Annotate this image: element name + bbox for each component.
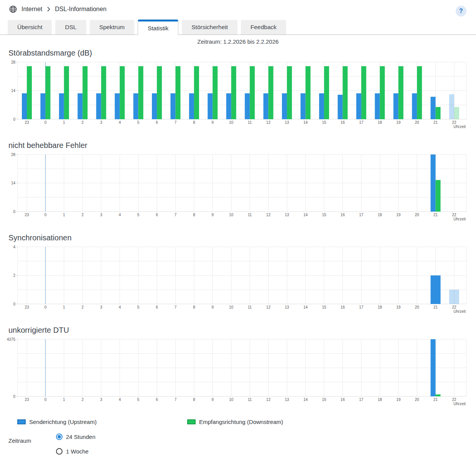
- page-header: Internet DSL-Informationen ?: [0, 0, 476, 20]
- y-axis-labels: 01428: [11, 153, 18, 214]
- svg-text:19: 19: [396, 213, 401, 217]
- svg-text:23: 23: [25, 120, 29, 125]
- svg-text:19: 19: [396, 120, 401, 125]
- svg-text:2: 2: [82, 213, 84, 217]
- svg-text:21: 21: [433, 398, 438, 402]
- radio-label-1-woche: 1 Woche: [66, 448, 89, 455]
- bars-downstream-1: [436, 394, 441, 396]
- x-axis-title: Uhrzeit: [453, 125, 466, 129]
- svg-text:0: 0: [44, 120, 47, 125]
- y-axis-labels: 024: [13, 245, 18, 306]
- legend-label-upstream: Senderichtung (Upstream): [29, 419, 97, 425]
- breadcrumb-section[interactable]: Internet: [21, 6, 42, 13]
- chart-plot-synchronisationen: 0242301234567891011121314151617181920212…: [8, 245, 467, 314]
- svg-text:19: 19: [396, 305, 401, 309]
- svg-text:1: 1: [63, 398, 65, 402]
- svg-text:6: 6: [156, 398, 158, 402]
- svg-text:7: 7: [175, 305, 177, 309]
- svg-text:17: 17: [359, 120, 364, 125]
- svg-text:1: 1: [63, 120, 65, 125]
- svg-text:5: 5: [137, 120, 140, 125]
- svg-text:9: 9: [212, 305, 214, 309]
- tab-stoersicherheit[interactable]: Störsicherheit: [182, 20, 237, 34]
- svg-text:17: 17: [359, 398, 364, 402]
- breadcrumb-page: DSL-Informationen: [55, 6, 106, 13]
- chart-title-stoerabstandsmarge: Störabstandsmarge (dB): [8, 49, 468, 58]
- zeitraum-label: Zeitraum: [8, 434, 56, 455]
- svg-text:9: 9: [212, 120, 214, 125]
- svg-text:22: 22: [452, 398, 456, 402]
- tab-dsl[interactable]: DSL: [55, 20, 86, 34]
- svg-text:2: 2: [82, 398, 84, 402]
- chart-plot-stoerabstandsmarge: 0142823012345678910111213141516171819202…: [8, 60, 467, 130]
- svg-text:3: 3: [100, 398, 102, 402]
- legend-downstream: Empfangsrichtung (Downstream): [187, 419, 283, 425]
- svg-text:14: 14: [303, 120, 308, 125]
- svg-text:8: 8: [193, 213, 195, 217]
- radio-option-1-woche[interactable]: 1 Woche: [56, 448, 96, 455]
- svg-text:9: 9: [212, 213, 214, 217]
- svg-text:18: 18: [378, 120, 382, 125]
- svg-text:4: 4: [119, 213, 121, 217]
- chart-unkorrigierte-dtu: unkorrigierte DTU04375230123456789101112…: [8, 326, 468, 407]
- svg-text:11: 11: [248, 398, 252, 402]
- y-axis-labels: 01428: [11, 60, 18, 122]
- svg-text:3: 3: [100, 305, 102, 309]
- svg-text:6: 6: [156, 120, 158, 125]
- svg-text:8: 8: [193, 305, 195, 309]
- svg-text:10: 10: [229, 213, 234, 217]
- svg-text:22: 22: [452, 305, 456, 309]
- svg-text:13: 13: [285, 120, 290, 125]
- svg-text:14: 14: [303, 213, 308, 217]
- radio-24-stunden-selected[interactable]: [56, 434, 63, 440]
- svg-text:18: 18: [378, 305, 382, 309]
- chart-plot-unkorrigierte-dtu: 0437523012345678910111213141516171819202…: [8, 337, 467, 407]
- svg-text:5: 5: [137, 213, 140, 217]
- svg-text:10: 10: [229, 398, 234, 402]
- svg-text:15: 15: [322, 398, 326, 402]
- svg-text:1: 1: [63, 213, 65, 217]
- x-axis-title: Uhrzeit: [453, 217, 466, 221]
- help-button[interactable]: ?: [456, 6, 466, 16]
- svg-text:12: 12: [266, 398, 271, 402]
- tab-spektrum[interactable]: Spektrum: [90, 20, 134, 34]
- svg-text:6: 6: [156, 305, 158, 309]
- svg-text:0: 0: [44, 305, 47, 309]
- legend-swatch-upstream: [17, 419, 26, 424]
- svg-text:13: 13: [285, 398, 290, 402]
- gridlines: [18, 247, 466, 304]
- svg-text:1: 1: [63, 305, 65, 309]
- svg-text:16: 16: [341, 305, 345, 309]
- tab-bar: ÜbersichtDSLSpektrumStatistikStörsicherh…: [0, 20, 476, 35]
- bars-upstream-0: [431, 339, 436, 396]
- svg-text:18: 18: [378, 398, 382, 402]
- tab-feedback[interactable]: Feedback: [241, 20, 286, 34]
- radio-label-24-stunden: 24 Stunden: [66, 434, 96, 440]
- chart-title-synchronisationen: Synchronisationen: [8, 233, 468, 242]
- svg-text:10: 10: [229, 120, 234, 125]
- svg-text:15: 15: [322, 120, 326, 125]
- svg-text:7: 7: [175, 213, 177, 217]
- y-axis-labels: 04375: [7, 337, 18, 399]
- svg-text:5: 5: [137, 305, 140, 309]
- x-axis-labels: 23012345678910111213141516171819202122Uh…: [25, 213, 466, 221]
- svg-text:21: 21: [433, 305, 438, 309]
- svg-text:15: 15: [322, 305, 326, 309]
- zeitraum-options: 24 Stunden1 Woche: [56, 434, 96, 455]
- svg-text:13: 13: [285, 305, 290, 309]
- svg-text:4: 4: [13, 245, 15, 249]
- legend-label-downstream: Empfangsrichtung (Downstream): [199, 419, 283, 425]
- radio-1-woche[interactable]: [56, 448, 63, 455]
- svg-text:19: 19: [396, 398, 401, 402]
- svg-text:0: 0: [44, 213, 47, 217]
- svg-text:6: 6: [156, 213, 158, 217]
- x-axis-labels: 23012345678910111213141516171819202122Uh…: [25, 398, 466, 406]
- svg-text:16: 16: [341, 213, 345, 217]
- svg-text:21: 21: [433, 120, 438, 125]
- svg-text:2: 2: [82, 120, 84, 125]
- tab-statistik[interactable]: Statistik: [138, 20, 178, 35]
- svg-text:22: 22: [452, 213, 456, 217]
- chart-plot-nicht-behebbare-fehler: 0142823012345678910111213141516171819202…: [8, 152, 467, 222]
- tab-uebersicht[interactable]: Übersicht: [8, 20, 52, 34]
- radio-option-24-stunden[interactable]: 24 Stunden: [56, 434, 96, 440]
